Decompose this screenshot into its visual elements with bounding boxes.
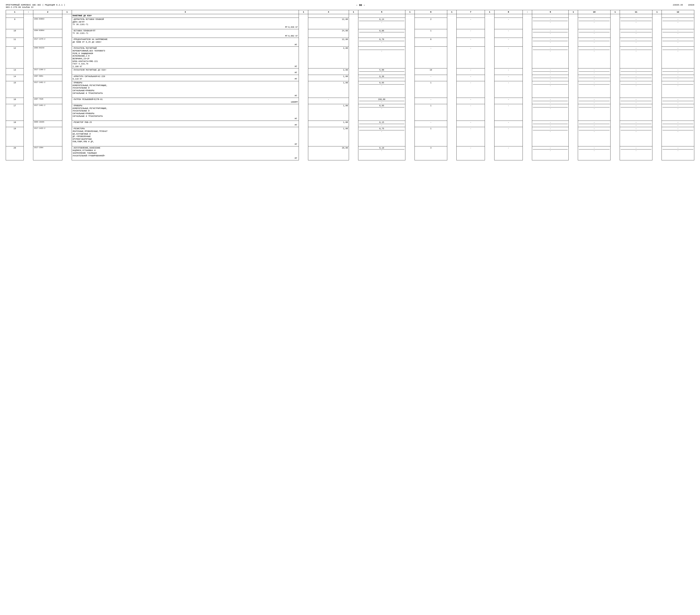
page-number: - 90 -: [65, 4, 656, 7]
program-title: ПРОГРАММНЫЙ КОМПЛЕКС АВС-3ЕС ( РЕДАКЦИЯ …: [6, 4, 65, 6]
th-sep2: 1: [62, 10, 72, 14]
cell-code: 3609-10465: [33, 121, 62, 127]
table-row: 19 1517-1422-2 -РЕЗИСТОРЫ ЛЕНТОЧНЫЕ,ПРОВ…: [6, 127, 694, 146]
cell-9: --: [532, 29, 568, 38]
table-header-row: 1 : 2 1 3 1 4 1 5 1 6 1 7 1 8 : 9 1 10 1…: [6, 10, 694, 14]
cell-12: --: [662, 38, 694, 47]
cell-code: 1517-1461-2: [33, 81, 62, 98]
cell-num: 16: [6, 98, 24, 104]
cell-10-sub: -: [579, 21, 610, 24]
cell-12: --: [662, 81, 694, 98]
th-sep7: 1: [485, 10, 494, 14]
cell-5: 0,36 -: [358, 75, 405, 81]
cell-5-val: 0,14: [359, 18, 404, 21]
cell-code: 1504-03063: [33, 17, 62, 29]
cell-9: --: [532, 98, 568, 104]
cell-5: 0,10 -: [358, 146, 405, 160]
cell-10: --: [578, 127, 611, 146]
cell-8: -: [494, 104, 523, 121]
cell-num: [6, 14, 24, 18]
doc-ref: 903-I-270.89 Альбом 22: [6, 6, 65, 9]
cell-11: - -: [620, 17, 652, 29]
cell-9-sub: -: [533, 21, 568, 24]
cell-10: --: [578, 81, 611, 98]
cell-desc: -ВСТАВКА ПЛАВКАЯ=ПТ ТУ 36.1101-71 0,002 …: [72, 29, 299, 38]
th-sep1: :: [24, 10, 33, 14]
th-9: 9: [532, 10, 568, 14]
cell-sep: [568, 17, 578, 29]
cell-11: --: [620, 146, 652, 160]
cell-code: 1517-1461-2: [33, 104, 62, 121]
cell-num: 17: [6, 104, 24, 121]
cell-sep: [568, 14, 578, 18]
cell-12-sub: -: [663, 21, 693, 24]
th-12: 12: [662, 10, 694, 14]
cell-8: -: [494, 75, 523, 81]
th-6: 6: [415, 10, 447, 14]
cell-7: -: [457, 146, 485, 160]
cell-10: --: [578, 38, 611, 47]
cell-9: --: [532, 68, 568, 75]
cell-code: 1507-7620: [33, 98, 62, 104]
cell-11: --: [620, 81, 652, 98]
cell-6: 10: [415, 68, 447, 75]
cell-6: [415, 14, 447, 18]
cell-10-val: -: [579, 18, 610, 21]
cell-4: 2,00: [308, 47, 349, 68]
cell-6: 6: [415, 38, 447, 47]
cell-10: [578, 14, 611, 18]
cell-sep: [447, 17, 457, 29]
cell-desc: -ПУСКАТЕЛИ МАГНИТНЫЕ ДО 63А= МТ: [72, 68, 299, 75]
cell-11: --: [620, 68, 652, 75]
cell-12: --: [662, 68, 694, 75]
cell-8: -: [494, 68, 523, 75]
table-row: 15 1517-1461-2 -ПРИБОРЫ ИЗМЕРИТЕЛЬНЫЕ,РЕ…: [6, 81, 694, 98]
cell-7: -: [457, 121, 485, 127]
cell-7: -: [457, 104, 485, 121]
cell-5: 0,14 -: [358, 17, 405, 29]
cell-sep: [349, 14, 358, 18]
cell-11-val: -: [621, 18, 651, 21]
cell-code: 1517-1379-2: [33, 38, 62, 47]
cell-6: -: [415, 121, 447, 127]
th-sep8: :: [523, 10, 532, 14]
cell-9-val: -: [533, 18, 568, 21]
cell-sep: [405, 17, 414, 29]
cell-6: 1: [415, 29, 447, 38]
cell-5: 0,65 -: [358, 104, 405, 121]
table-row: 9 1504-03063 -ДЕРЖАТЕЛЬ ВСТАВКИ ПЛАВКОЙ …: [6, 17, 694, 29]
desc-unit: МТ: [285, 26, 288, 29]
cell-num: 20: [6, 146, 24, 160]
cell-4: 1,00: [308, 75, 349, 81]
table-row: 11 1517-1379-2 -ПРЕДОХРАНИТЕЛИ НА НАПРЯЖ…: [6, 38, 694, 47]
cell-11-sub: -: [621, 21, 651, 24]
cell-desc: -ПРИБОРЫ ИЗМЕРИТЕЛЬНЫЕ,РЕГИСТРИРУЮЩИЕ, У…: [72, 81, 299, 98]
cell-4: 1,00: [308, 104, 349, 121]
cell-12: --: [662, 75, 694, 81]
cell-11: --: [620, 98, 652, 104]
th-11: 11: [620, 10, 652, 14]
cell-10: --: [578, 98, 611, 104]
cell-sep: [447, 14, 457, 18]
th-2: 2: [33, 10, 62, 14]
cell-9: --: [532, 121, 568, 127]
desc-sub: ДВП4-2В=ПТТУ 36.1101-71: [73, 21, 88, 26]
cell-num: 13: [6, 68, 24, 75]
code1: 23935-35: [673, 4, 683, 6]
cell-12: [662, 14, 694, 18]
cell-7: -: [457, 29, 485, 38]
cell-8: -: [494, 38, 523, 47]
th-sep5: 1: [405, 10, 414, 14]
cell-5: 260,00 -: [358, 98, 405, 104]
cell-7: -: [457, 127, 485, 146]
cell-desc: -ДЕРЖАТЕЛЬ ВСТАВКИ ПЛАВКОЙ ДВП4-2В=ПТТУ …: [72, 17, 299, 29]
cell-8: [494, 14, 523, 18]
cell-9: - -: [532, 17, 568, 29]
cell-11: --: [620, 75, 652, 81]
cell-5: 0,70 -: [358, 38, 405, 47]
cell-4: [308, 14, 349, 18]
cell-9: --: [532, 81, 568, 98]
cell-4: 29,00: [308, 146, 349, 160]
main-table: 1 : 2 1 3 1 4 1 5 1 6 1 7 1 8 : 9 1 10 1…: [6, 10, 694, 161]
cell-desc: -РЕЗИСТОРЫ ЛЕНТОЧНЫЕ,ПРОВОЛОЧНЫЕ,ТРУБЧАТ…: [72, 127, 299, 146]
